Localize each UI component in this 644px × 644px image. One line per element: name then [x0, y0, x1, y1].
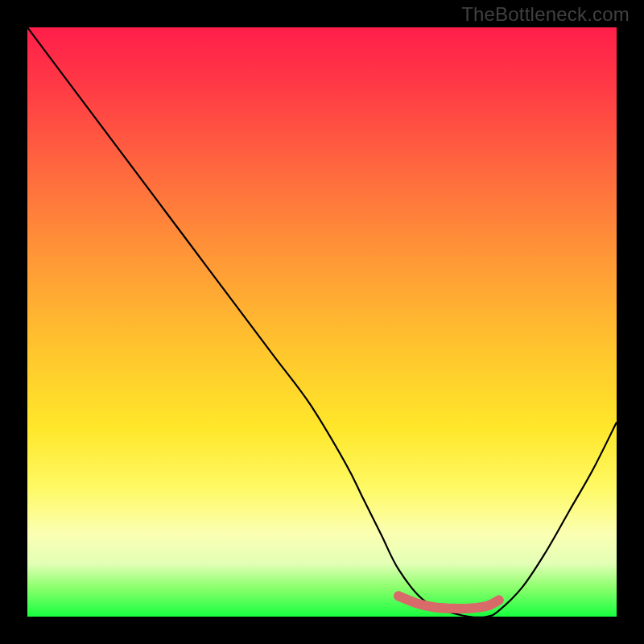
optimal-band-end-dot [494, 596, 504, 605]
plot-area [27, 27, 617, 617]
bottleneck-curve [27, 27, 617, 617]
optimal-band [398, 596, 498, 609]
curve-layer [27, 27, 617, 617]
chart-frame: TheBottleneck.com [0, 0, 644, 644]
watermark-text: TheBottleneck.com [461, 3, 630, 26]
optimal-band-start-dot [394, 591, 403, 601]
